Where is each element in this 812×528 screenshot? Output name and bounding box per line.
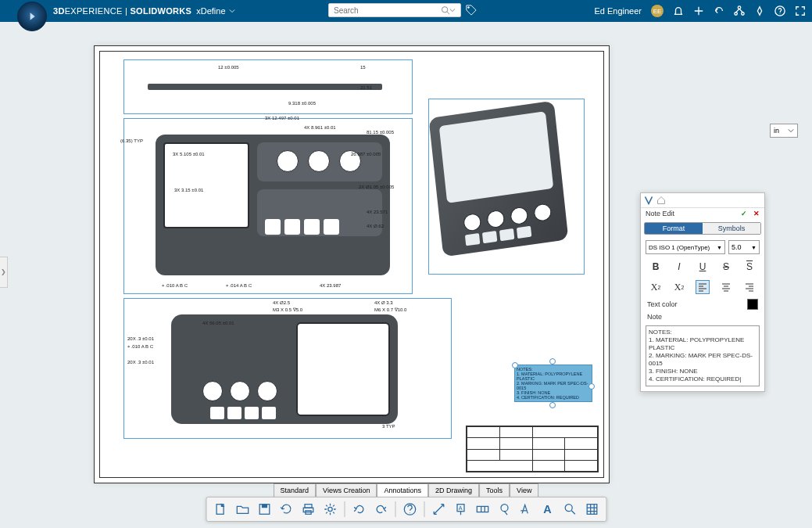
surface-finish-icon[interactable] <box>517 500 535 519</box>
collab-icon[interactable] <box>754 5 765 16</box>
search-box[interactable] <box>328 3 461 17</box>
svg-rect-12 <box>303 508 313 512</box>
compass-widget[interactable] <box>17 2 47 31</box>
strike-button[interactable]: S <box>719 260 733 274</box>
svg-point-7 <box>775 6 785 16</box>
tab-views-creation[interactable]: Views Creation <box>316 483 377 497</box>
network-icon[interactable] <box>734 5 745 16</box>
svg-marker-0 <box>30 13 35 20</box>
panel-title: Note Edit <box>646 210 674 217</box>
home-icon[interactable] <box>656 196 666 205</box>
note-label: Note <box>647 313 662 321</box>
main-toolbar: A A <box>206 497 606 522</box>
confirm-button[interactable]: ✓ <box>741 210 747 217</box>
note-edit-panel: Note Edit ✓ ✕ Format Symbols DS ISO 1 (O… <box>640 192 765 392</box>
save-icon[interactable] <box>255 500 274 519</box>
view-rear[interactable]: 4X Ø2.5 M3 X 0.5 ∇5.0 4X Ø 3.3 M6 X 0.7 … <box>123 298 452 439</box>
chevron-down-icon[interactable] <box>449 7 456 13</box>
help-icon[interactable] <box>774 5 785 16</box>
tab-view[interactable]: View <box>510 483 538 497</box>
side-expand-tab[interactable]: ❯ <box>0 257 8 288</box>
top-bar: 3DEXPERIENCE | SOLIDWORKS xDefine Ed Eng… <box>0 0 812 22</box>
new-icon[interactable] <box>211 500 230 519</box>
size-select[interactable]: 5.0 ▼ <box>728 240 760 254</box>
svg-point-21 <box>565 505 572 512</box>
font-select[interactable]: DS ISO 1 (OpenType) ▼ <box>646 240 725 254</box>
gear-icon[interactable] <box>320 500 339 519</box>
table-icon[interactable] <box>582 500 601 519</box>
print-icon[interactable] <box>299 500 317 519</box>
open-icon[interactable] <box>233 500 252 519</box>
gdt-icon[interactable] <box>473 500 492 519</box>
close-button[interactable]: ✕ <box>753 210 760 217</box>
subscript-button[interactable]: X2 <box>672 280 686 294</box>
bold-button[interactable]: B <box>649 260 663 274</box>
svg-rect-10 <box>261 505 266 508</box>
tab-annotations[interactable]: Annotations <box>377 483 428 497</box>
svg-line-2 <box>447 12 449 14</box>
text-icon[interactable]: A <box>538 500 557 519</box>
overline-button[interactable]: S <box>742 260 757 274</box>
tab-standard[interactable]: Standard <box>274 483 317 497</box>
svg-text:A: A <box>543 503 552 515</box>
fullscreen-icon[interactable] <box>795 5 806 16</box>
svg-point-1 <box>442 7 447 13</box>
svg-point-6 <box>742 13 745 16</box>
search-input[interactable] <box>334 6 441 15</box>
note-textarea[interactable]: NOTES: 1. MATERIAL: POLYPROPYLENE PLASTI… <box>646 325 760 386</box>
align-left-button[interactable] <box>696 280 710 294</box>
superscript-button[interactable]: X2 <box>649 280 663 294</box>
bell-icon[interactable] <box>673 5 684 16</box>
zoom-icon[interactable] <box>560 500 579 519</box>
view-front-main[interactable]: (6.35) TYP 3X 12.497 ±0.01 4X 8.961 ±0.0… <box>123 118 413 294</box>
svg-point-3 <box>468 7 470 9</box>
tab-symbols[interactable]: Symbols <box>703 223 760 234</box>
app-selector[interactable]: xDefine <box>196 6 234 16</box>
svg-text:A: A <box>458 505 462 512</box>
undo-icon[interactable] <box>349 500 368 519</box>
svg-point-14 <box>327 507 331 511</box>
share-icon[interactable] <box>714 5 724 16</box>
drawing-sheet: 12 ±0.005 15 21.51 9.318 ±0.005 <box>94 45 610 483</box>
svg-rect-11 <box>305 505 312 508</box>
note-icon <box>644 196 653 205</box>
plus-icon[interactable] <box>693 5 704 16</box>
chevron-down-icon <box>229 8 235 14</box>
drawing-note-selected[interactable]: NOTES: 1. MATERIAL: POLYPROPYLENE PLASTI… <box>514 365 592 402</box>
underline-button[interactable]: U <box>696 260 710 274</box>
redo-icon[interactable] <box>371 500 390 519</box>
datum-icon[interactable]: A <box>451 500 470 519</box>
bottom-tab-row: Standard Views Creation Annotations 2D D… <box>274 483 539 497</box>
textcolor-label: Text color <box>647 300 678 308</box>
balloon-icon[interactable] <box>495 500 513 519</box>
help-icon[interactable] <box>400 500 419 519</box>
refresh-icon[interactable] <box>277 500 295 519</box>
svg-point-4 <box>738 6 741 9</box>
color-swatch[interactable] <box>747 299 758 310</box>
brand-label: 3DEXPERIENCE | SOLIDWORKS <box>53 6 191 16</box>
svg-rect-18 <box>477 506 488 512</box>
avatar[interactable]: EE <box>651 5 664 17</box>
view-top-profile[interactable]: 12 ±0.005 15 21.51 9.318 ±0.005 <box>123 59 413 114</box>
search-icon[interactable] <box>441 5 450 15</box>
title-block[interactable] <box>466 426 599 472</box>
svg-rect-22 <box>587 505 597 515</box>
chevron-down-icon <box>788 128 794 134</box>
view-isometric[interactable] <box>428 99 585 275</box>
drawing-canvas[interactable]: ❯ 12 ±0.005 15 21.51 9.318 ±0.005 <box>0 22 812 490</box>
italic-button[interactable]: I <box>672 260 686 274</box>
svg-point-19 <box>501 505 508 512</box>
tab-tools[interactable]: Tools <box>479 483 510 497</box>
tab-2d-drawing[interactable]: 2D Drawing <box>428 483 479 497</box>
align-right-button[interactable] <box>742 280 757 294</box>
panel-tabs: Format Symbols <box>644 222 761 235</box>
tab-format[interactable]: Format <box>645 223 703 234</box>
tag-icon[interactable] <box>466 5 477 16</box>
dimension-icon[interactable] <box>429 500 448 519</box>
align-center-button[interactable] <box>719 280 733 294</box>
units-dropdown[interactable]: in <box>770 124 798 138</box>
user-name[interactable]: Ed Engineer <box>594 6 642 16</box>
svg-point-5 <box>735 13 738 16</box>
